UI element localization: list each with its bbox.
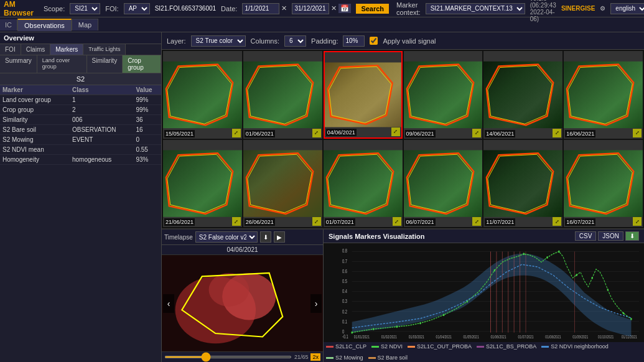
legend-label-clp: S2L1C_CLP: [335, 343, 366, 350]
table-row: S2 Mowing EVENT 0: [0, 135, 161, 145]
download-chart-button[interactable]: ⬇: [625, 231, 639, 241]
svg-point-90: [591, 277, 593, 279]
tab-land-cover-group[interactable]: Land cover group: [37, 55, 87, 73]
tab-markers[interactable]: Markers: [50, 44, 83, 55]
expand-button[interactable]: ⤢: [393, 217, 401, 226]
cell-marker: Similarity: [0, 115, 70, 125]
cell-marker: S2 NDVI mean: [0, 145, 70, 155]
language-select[interactable]: english: [610, 3, 644, 14]
overview-title: Overview: [0, 32, 161, 44]
grid-cell[interactable]: 21/06/2021 ⤢: [163, 140, 242, 227]
timelapse-play-btn[interactable]: ▶: [274, 231, 285, 243]
expand-button[interactable]: ⤢: [553, 217, 561, 226]
right-panel: Layer: S2 True color Columns: 6 Padding:…: [162, 32, 644, 362]
chart-panel: Signals Markers Visualization CSV JSON ⬇…: [324, 230, 644, 362]
image-grid: 15/05/2021 ⤢ 01/06/2021 ⤢: [162, 50, 644, 228]
satellite-image: [483, 51, 562, 139]
date-end-close-icon[interactable]: ✕: [331, 4, 337, 12]
grid-cell[interactable]: 16/07/2021 ⤢: [564, 140, 643, 227]
svg-text:01/01/2021: 01/01/2021: [354, 334, 370, 339]
tab-foi[interactable]: FOI: [0, 44, 21, 55]
svg-text:01/05/2021: 01/05/2021: [464, 334, 479, 339]
cell-class: 1: [70, 95, 133, 105]
brand-logo: SINERGISE: [561, 5, 595, 12]
calendar-icon[interactable]: 📅: [338, 4, 351, 13]
tab-similarity[interactable]: Similarity: [87, 55, 123, 73]
columns-select[interactable]: 6: [284, 35, 306, 47]
settings-icon[interactable]: ⚙: [600, 5, 605, 12]
col-value: Value: [133, 85, 161, 95]
timelapse-slider[interactable]: [164, 356, 292, 358]
expand-button[interactable]: ⤢: [312, 129, 321, 137]
table-row: S2 Bare soil OBSERVATION 16: [0, 125, 161, 135]
image-date-label: 01/07/2021: [325, 218, 355, 226]
grid-cell[interactable]: 09/06/2021 ⤢: [404, 51, 483, 139]
main-layout: Overview FOI Claims Markers Traffic Ligh…: [0, 32, 644, 362]
satellite-image: [325, 52, 401, 137]
date-start-input[interactable]: [242, 3, 279, 14]
tab-traffic-lights[interactable]: Traffic Lights: [83, 44, 126, 55]
image-date-label: 15/05/2021: [164, 130, 195, 137]
foi-select[interactable]: AP: [124, 3, 150, 14]
expand-button[interactable]: ⤢: [633, 217, 642, 226]
legend-dot-baresoil: [368, 357, 376, 359]
timelapse-image: [162, 255, 323, 351]
tab-map[interactable]: Map: [72, 19, 98, 30]
padding-input[interactable]: [343, 35, 365, 47]
apply-valid-checkbox[interactable]: [370, 37, 378, 45]
timelapse-next-button[interactable]: ›: [310, 294, 322, 313]
legend-label-baresoil: S2 Bare soil: [378, 355, 408, 361]
grid-cell[interactable]: 15/05/2021 ⤢: [163, 51, 242, 139]
table-row: Homogeneity homogeneous 93%: [0, 155, 161, 165]
tab-crop-group[interactable]: Crop group: [123, 55, 161, 73]
marker-context-select[interactable]: SI21.MARKER_CONTEXT.130 02/11/2021: [426, 3, 525, 14]
tab-claims[interactable]: Claims: [21, 44, 51, 55]
csv-button[interactable]: CSV: [575, 231, 597, 241]
ic-tab[interactable]: IC: [0, 19, 17, 30]
grid-cell[interactable]: 06/07/2021 ⤢: [404, 140, 483, 227]
expand-button[interactable]: ⤢: [633, 129, 642, 137]
search-button[interactable]: Search: [356, 4, 389, 14]
expand-button[interactable]: ⤢: [232, 129, 241, 137]
svg-point-87: [546, 256, 548, 259]
timelapse-prev-button[interactable]: ‹: [163, 294, 174, 313]
timelapse-zoom-button[interactable]: 2x: [310, 353, 320, 361]
svg-text:0.8: 0.8: [342, 248, 347, 254]
timelapse-download-btn[interactable]: ⬇: [260, 231, 271, 243]
svg-point-80: [373, 328, 375, 330]
svg-text:01/04/2021: 01/04/2021: [436, 334, 452, 339]
svg-point-92: [623, 312, 625, 315]
grid-cell[interactable]: 16/06/2021 ⤢: [564, 51, 643, 139]
expand-button[interactable]: ⤢: [232, 217, 241, 226]
grid-cell[interactable]: 11/07/2021 ⤢: [483, 140, 562, 227]
satellite-image: [163, 51, 242, 139]
expand-button[interactable]: ⤢: [391, 128, 400, 136]
grid-cell[interactable]: 01/06/2021 ⤢: [243, 51, 322, 139]
cell-class: OBSERVATION: [70, 125, 133, 135]
legend-mowing: S2 Mowing: [326, 355, 363, 361]
grid-cell[interactable]: 04/06/2021 ⤢: [324, 51, 403, 139]
col-class: Class: [70, 85, 133, 95]
expand-button[interactable]: ⤢: [312, 217, 321, 226]
tab-observations[interactable]: Observations: [17, 19, 72, 31]
cell-marker: Crop group: [0, 105, 70, 115]
scope-select[interactable]: SI21: [70, 3, 100, 14]
expand-button[interactable]: ⤢: [553, 129, 561, 137]
json-button[interactable]: JSON: [598, 231, 623, 241]
expand-button[interactable]: ⤢: [472, 217, 481, 226]
grid-cell[interactable]: 26/06/2021 ⤢: [243, 140, 322, 227]
timelapse-layer-select[interactable]: S2 False color v2: [195, 231, 258, 243]
marker-table: Marker Class Value Land cover group 1 99…: [0, 85, 161, 165]
date-close-icon[interactable]: ✕: [281, 4, 287, 12]
cell-value: 36: [133, 115, 161, 125]
grid-cell[interactable]: 01/07/2021 ⤢: [324, 140, 403, 227]
legend-dot-outproba: [408, 346, 415, 348]
date-end-group: ✕ 📅: [292, 3, 351, 14]
tab-summary[interactable]: Summary: [0, 55, 37, 73]
cell-value: 93%: [133, 155, 161, 165]
timelapse-header: Timelapse S2 False color v2 ⬇ ▶: [162, 230, 323, 245]
date-end-input[interactable]: [292, 3, 329, 14]
layer-select[interactable]: S2 True color: [191, 35, 246, 47]
grid-cell[interactable]: 14/06/2021 ⤢: [483, 51, 562, 139]
expand-button[interactable]: ⤢: [472, 129, 481, 137]
